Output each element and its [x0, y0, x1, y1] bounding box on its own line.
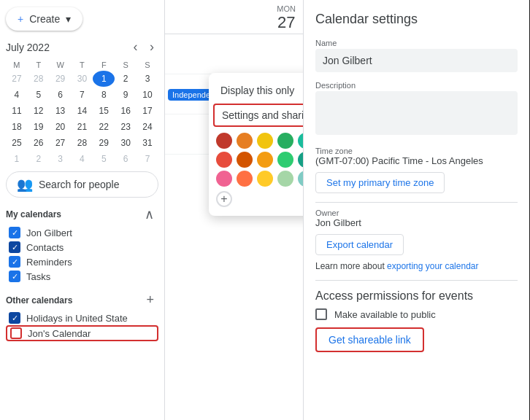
divider-1	[315, 202, 518, 203]
cal-day-0-2[interactable]: 29	[50, 71, 72, 87]
cal-day-3-4[interactable]: 22	[93, 119, 115, 135]
cal-day-5-3[interactable]: 4	[72, 151, 93, 167]
cal-day-2-5[interactable]: 16	[115, 103, 137, 119]
calendar-item-jon-gilbert[interactable]: ✓ Jon Gilbert	[6, 225, 158, 240]
cal-day-3-5[interactable]: 23	[115, 119, 137, 135]
cal-name-tasks: Tasks	[26, 271, 50, 282]
calendar-item-tasks[interactable]: ✓ Tasks	[6, 269, 158, 284]
cal-day-5-1[interactable]: 2	[28, 151, 50, 167]
color-dot-3[interactable]	[277, 133, 293, 149]
color-dot-17[interactable]	[277, 171, 293, 187]
cal-day-5-5[interactable]: 6	[115, 151, 137, 167]
prev-month-button[interactable]: ‹	[129, 38, 142, 56]
color-dot-16[interactable]	[257, 171, 273, 187]
cal-day-4-3[interactable]: 28	[72, 135, 93, 151]
cal-day-5-6[interactable]: 7	[137, 151, 158, 167]
color-dot-1[interactable]	[237, 133, 253, 149]
cal-day-0-3[interactable]: 30	[72, 71, 93, 87]
color-dot-10[interactable]	[277, 152, 293, 168]
owner-value: Jon Gilbert	[315, 217, 518, 228]
color-dot-4[interactable]	[298, 133, 303, 149]
cal-day-4-2[interactable]: 27	[50, 135, 72, 151]
cal-day-5-2[interactable]: 3	[50, 151, 72, 167]
color-dot-7[interactable]	[216, 152, 232, 168]
color-dot-15[interactable]	[237, 171, 253, 187]
add-custom-color-button[interactable]: +	[216, 191, 232, 207]
cal-day-1-4[interactable]: 8	[93, 87, 115, 103]
next-month-button[interactable]: ›	[145, 38, 158, 56]
name-input[interactable]	[315, 49, 518, 72]
calendar-item-holidays[interactable]: ✓ Holidays in United State	[6, 311, 158, 325]
export-link[interactable]: exporting your calendar	[387, 261, 478, 271]
add-other-calendar-button[interactable]: +	[142, 291, 158, 309]
search-people-button[interactable]: 👥 Search for people	[6, 171, 158, 198]
get-shareable-link-button[interactable]: Get shareable link	[315, 327, 424, 352]
cal-day-0-1[interactable]: 28	[28, 71, 50, 87]
checkbox-contacts[interactable]: ✓	[9, 241, 20, 253]
color-dot-18[interactable]: ✓	[298, 171, 303, 187]
cal-day-4-6[interactable]: 31	[137, 135, 158, 151]
cal-day-4-4[interactable]: 29	[93, 135, 115, 151]
divider-2	[315, 280, 518, 281]
day-number: 27	[277, 13, 296, 32]
access-section-title: Access permissions for events	[315, 289, 518, 303]
cal-day-2-3[interactable]: 14	[72, 103, 93, 119]
color-dot-11[interactable]	[298, 152, 303, 168]
main-header: MON 27	[165, 0, 303, 34]
day-header-wed: W	[50, 59, 72, 71]
cal-day-1-6[interactable]: 10	[137, 87, 158, 103]
cal-day-0-4[interactable]: 1	[93, 71, 115, 87]
cal-day-2-2[interactable]: 13	[50, 103, 72, 119]
cal-day-0-6[interactable]: 3	[137, 71, 158, 87]
collapse-my-calendars-button[interactable]: ∧	[140, 205, 158, 224]
cal-day-1-3[interactable]: 7	[72, 87, 93, 103]
color-dot-8[interactable]	[237, 152, 253, 168]
cal-day-5-0[interactable]: 1	[6, 151, 28, 167]
calendar-item-reminders[interactable]: ✓ Reminders	[6, 254, 158, 269]
cal-day-3-0[interactable]: 18	[6, 119, 28, 135]
make-public-checkbox[interactable]	[315, 308, 327, 320]
cal-day-1-1[interactable]: 5	[28, 87, 50, 103]
color-dot-2[interactable]	[257, 133, 273, 149]
cal-day-0-5[interactable]: 2	[115, 71, 137, 87]
checkbox-jons-calendar[interactable]	[10, 327, 22, 339]
cal-day-1-5[interactable]: 9	[115, 87, 137, 103]
day-header-thu: T	[72, 59, 93, 71]
calendar-item-jons-calendar[interactable]: Jon's Calendar	[6, 325, 158, 341]
create-button[interactable]: + Create ▾	[6, 7, 82, 31]
color-dot-14[interactable]	[216, 171, 232, 187]
checkbox-jon-gilbert[interactable]: ✓	[9, 227, 20, 238]
color-dot-0[interactable]	[216, 133, 232, 149]
set-timezone-button[interactable]: Set my primary time zone	[315, 172, 445, 193]
checkbox-reminders[interactable]: ✓	[9, 256, 20, 268]
cal-day-2-4[interactable]: 15	[93, 103, 115, 119]
cal-day-3-6[interactable]: 24	[137, 119, 158, 135]
day-header-sun: S	[137, 59, 158, 71]
cal-day-5-4[interactable]: 5	[93, 151, 115, 167]
calendar-item-contacts[interactable]: ✓ Contacts	[6, 240, 158, 254]
ctx-display-only[interactable]: Display this only	[209, 79, 303, 102]
cal-day-4-0[interactable]: 25	[6, 135, 28, 151]
my-calendars-label: My calendars	[6, 209, 61, 219]
color-dot-9[interactable]	[257, 152, 273, 168]
cal-day-2-1[interactable]: 12	[28, 103, 50, 119]
cal-name-holidays: Holidays in United State	[26, 313, 128, 324]
calendar-grid: M T W T F S S 27282930123456789101112131…	[6, 59, 158, 167]
cal-day-0-0[interactable]: 27	[6, 71, 28, 87]
ctx-settings-sharing[interactable]: Settings and sharing	[213, 104, 303, 127]
cal-day-1-0[interactable]: 4	[6, 87, 28, 103]
checkbox-holidays[interactable]: ✓	[9, 312, 20, 324]
cal-day-1-2[interactable]: 6	[50, 87, 72, 103]
my-calendars-section: My calendars ∧ ✓ Jon Gilbert ✓ Contacts …	[6, 202, 158, 284]
cal-day-2-0[interactable]: 11	[6, 103, 28, 119]
cal-name-jon-gilbert: Jon Gilbert	[26, 228, 72, 238]
cal-day-3-1[interactable]: 19	[28, 119, 50, 135]
description-textarea[interactable]	[315, 91, 518, 135]
cal-day-4-5[interactable]: 30	[115, 135, 137, 151]
export-calendar-button[interactable]: Export calendar	[315, 234, 404, 255]
cal-day-3-3[interactable]: 21	[72, 119, 93, 135]
checkbox-tasks[interactable]: ✓	[9, 271, 20, 282]
cal-day-4-1[interactable]: 26	[28, 135, 50, 151]
cal-day-2-6[interactable]: 17	[137, 103, 158, 119]
cal-day-3-2[interactable]: 20	[50, 119, 72, 135]
